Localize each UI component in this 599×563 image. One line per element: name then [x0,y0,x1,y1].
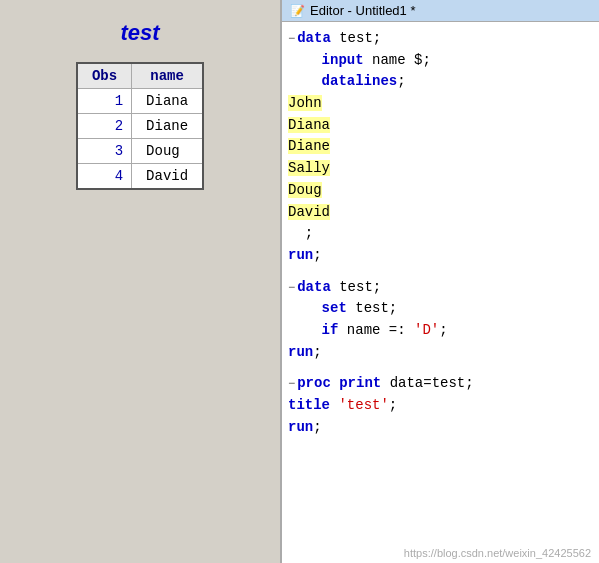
data-table: Obs name 1Diana2Diane3Doug4David [76,62,204,190]
watermark: https://blog.csdn.net/weixin_42425562 [282,545,599,563]
table-row: 2Diane [77,114,203,139]
table-row: 1Diana [77,89,203,114]
code-block-1: −data test; input name $; datalines; Joh… [288,28,595,267]
cell-obs: 1 [77,89,132,114]
col-name: name [132,63,204,89]
code-block-2: −data test; set test; if name =: 'D'; ru… [288,277,595,364]
editor-titlebar: 📝 Editor - Untitled1 * [282,0,599,22]
code-block-3: −proc print data=test; title 'test'; run… [288,373,595,438]
col-obs: Obs [77,63,132,89]
editor-title: Editor - Untitled1 * [310,3,416,18]
editor-icon: 📝 [290,4,305,18]
cell-name: Diane [132,114,204,139]
cell-name: David [132,164,204,190]
cell-obs: 4 [77,164,132,190]
dataset-title: test [120,20,159,46]
table-row: 4David [77,164,203,190]
left-panel: test Obs name 1Diana2Diane3Doug4David [0,0,280,563]
cell-obs: 2 [77,114,132,139]
cell-obs: 3 [77,139,132,164]
editor-content[interactable]: −data test; input name $; datalines; Joh… [282,22,599,545]
cell-name: Doug [132,139,204,164]
table-row: 3Doug [77,139,203,164]
cell-name: Diana [132,89,204,114]
right-panel: 📝 Editor - Untitled1 * −data test; input… [280,0,599,563]
